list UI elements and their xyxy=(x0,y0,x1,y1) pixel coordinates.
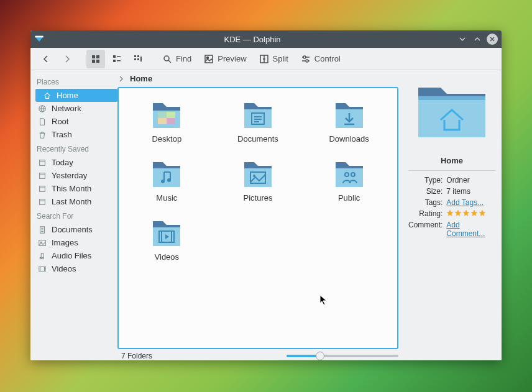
folder-icon xyxy=(241,155,275,189)
svg-rect-13 xyxy=(140,57,142,62)
split-button[interactable]: Split xyxy=(254,50,293,68)
sidebar-item-label: Documents xyxy=(52,225,93,234)
folder-label: Public xyxy=(338,193,360,203)
info-size: 7 items xyxy=(446,187,495,196)
folder-videos[interactable]: Videos xyxy=(129,214,204,262)
sidebar-item-this-month[interactable]: This Month xyxy=(30,182,117,195)
sidebar-item-label: Last Month xyxy=(52,197,91,206)
info-rating-label: Rating: xyxy=(408,209,443,218)
sidebar-item-videos[interactable]: Videos xyxy=(30,262,117,275)
zoom-handle[interactable] xyxy=(316,352,324,360)
info-panel: Home Type: Ordner Size: 7 items Tags: Ad… xyxy=(402,70,502,360)
add-comment-link[interactable]: Add Comment... xyxy=(446,221,485,238)
folder-icon xyxy=(332,96,367,130)
breadcrumb-current[interactable]: Home xyxy=(130,74,152,83)
sidebar-item-audio[interactable]: Audio Files xyxy=(30,249,117,262)
preview-button[interactable]: Preview xyxy=(199,50,251,68)
svg-rect-51 xyxy=(418,96,485,137)
svg-point-18 xyxy=(303,56,306,58)
folder-music[interactable]: Music xyxy=(129,155,204,203)
control-label: Control xyxy=(314,54,341,63)
sidebar-item-label: Root xyxy=(52,117,68,126)
back-button[interactable] xyxy=(37,50,55,68)
folder-downloads[interactable]: Downloads xyxy=(312,96,387,144)
sidebar-item-images[interactable]: Images xyxy=(30,236,117,249)
info-size-label: Size: xyxy=(408,187,443,196)
info-comment-label: Comment: xyxy=(408,221,443,238)
view-compact-button[interactable] xyxy=(108,50,126,68)
folder-pictures[interactable]: Pictures xyxy=(221,155,295,203)
chevron-right-icon xyxy=(117,75,125,83)
sidebar-item-label: This Month xyxy=(52,184,91,193)
preview-label: Preview xyxy=(218,54,246,63)
svg-rect-23 xyxy=(40,186,45,191)
sidebar-item-network[interactable]: Network xyxy=(30,102,117,115)
dolphin-window: KDE — Dolphin Find Preview Split Control… xyxy=(30,30,502,360)
svg-point-29 xyxy=(42,257,44,259)
svg-rect-7 xyxy=(113,60,116,62)
folder-icon xyxy=(241,96,275,130)
places-header: Places xyxy=(30,74,117,89)
folder-desktop[interactable]: Desktop xyxy=(129,96,204,144)
sidebar-item-label: Today xyxy=(52,158,73,167)
folder-icon xyxy=(149,214,184,248)
svg-rect-11 xyxy=(134,58,136,60)
svg-rect-35 xyxy=(158,118,167,124)
sidebar-item-trash[interactable]: Trash xyxy=(30,128,117,141)
sidebar-item-today[interactable]: Today xyxy=(30,156,117,169)
app-icon xyxy=(34,34,44,44)
svg-rect-9 xyxy=(134,55,136,57)
folder-label: Documents xyxy=(237,134,278,144)
body: Places Home Network Root Trash Recently … xyxy=(30,70,502,360)
svg-rect-1 xyxy=(92,55,95,58)
sidebar-item-root[interactable]: Root xyxy=(30,115,117,128)
minimize-button[interactable] xyxy=(457,34,468,45)
svg-rect-52 xyxy=(418,96,485,100)
sidebar-item-label: Videos xyxy=(52,264,76,273)
svg-rect-6 xyxy=(117,56,121,57)
info-type: Ordner xyxy=(446,176,495,185)
folder-public[interactable]: Public xyxy=(312,155,387,203)
rating-stars[interactable] xyxy=(446,209,495,217)
folder-label: Music xyxy=(156,193,177,203)
search-header: Search For xyxy=(30,208,117,223)
folder-view[interactable]: DesktopDocumentsDownloadsMusicPicturesPu… xyxy=(117,87,398,349)
sidebar-item-yesterday[interactable]: Yesterday xyxy=(30,169,117,182)
svg-rect-2 xyxy=(96,55,99,58)
status-text: 7 Folders xyxy=(121,352,280,360)
titlebar[interactable]: KDE — Dolphin xyxy=(30,30,502,48)
forward-button[interactable] xyxy=(58,50,76,68)
sidebar-item-documents[interactable]: Documents xyxy=(30,223,117,236)
svg-rect-12 xyxy=(137,58,139,60)
main: Home DesktopDocumentsDownloadsMusicPictu… xyxy=(117,70,402,360)
folder-documents[interactable]: Documents xyxy=(221,96,295,144)
sidebar-item-last-month[interactable]: Last Month xyxy=(30,195,117,208)
window-title: KDE — Dolphin xyxy=(48,35,457,44)
sidebar: Places Home Network Root Trash Recently … xyxy=(30,70,117,360)
add-tags-link[interactable]: Add Tags... xyxy=(446,198,484,207)
statusbar: 7 Folders xyxy=(117,349,402,360)
svg-rect-10 xyxy=(137,55,139,57)
folder-large-icon xyxy=(415,79,489,141)
breadcrumb[interactable]: Home xyxy=(117,70,402,87)
split-label: Split xyxy=(273,54,288,63)
zoom-slider[interactable] xyxy=(287,355,398,357)
svg-rect-46 xyxy=(336,168,363,187)
view-details-button[interactable] xyxy=(129,50,147,68)
find-button[interactable]: Find xyxy=(157,50,196,68)
svg-rect-5 xyxy=(113,55,116,58)
svg-point-41 xyxy=(161,180,165,183)
svg-rect-0 xyxy=(35,36,43,38)
svg-rect-24 xyxy=(40,199,45,204)
folder-label: Downloads xyxy=(329,134,369,144)
folder-label: Videos xyxy=(155,252,180,262)
folder-label: Pictures xyxy=(244,193,273,203)
view-icons-button[interactable] xyxy=(86,50,105,68)
control-button[interactable]: Control xyxy=(296,50,346,68)
sidebar-item-home[interactable]: Home xyxy=(35,89,117,102)
svg-rect-21 xyxy=(40,160,45,165)
folder-icon xyxy=(149,155,184,189)
close-button[interactable] xyxy=(487,34,498,45)
svg-point-19 xyxy=(306,60,308,62)
maximize-button[interactable] xyxy=(472,34,483,45)
